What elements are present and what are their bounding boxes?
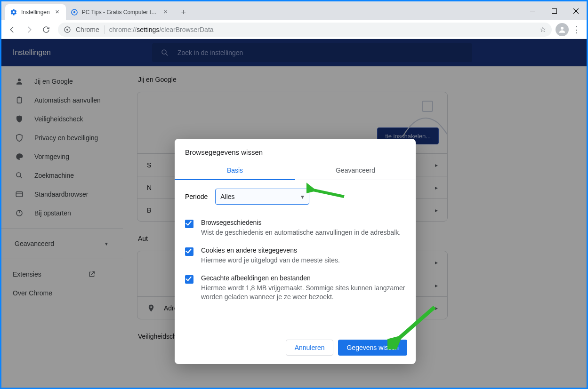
chrome-menu-button[interactable]: ⋮	[570, 24, 584, 35]
new-tab-button[interactable]: +	[177, 6, 190, 19]
clear-browsing-data-dialog: Browsegegevens wissen Basis Geavanceerd …	[175, 139, 416, 364]
checkbox-checked[interactable]	[185, 247, 193, 256]
time-range-select[interactable]: Alles ▾	[215, 189, 309, 205]
profile-avatar[interactable]	[556, 23, 569, 36]
dialog-tabs: Basis Geavanceerd	[175, 162, 416, 180]
period-label: Periode	[185, 193, 208, 200]
tab-title: PC Tips - Gratis Computer tips, in	[82, 9, 158, 16]
tab-basic[interactable]: Basis	[175, 162, 295, 180]
tab-title: Instellingen	[21, 9, 50, 16]
reload-button[interactable]	[38, 22, 54, 38]
option-cookies[interactable]: Cookies en andere sitegegevens Hiermee w…	[185, 242, 405, 270]
option-cached-images[interactable]: Gecachte afbeeldingen en bestanden Hierm…	[185, 270, 405, 306]
svg-point-1	[73, 11, 75, 13]
checkbox-checked[interactable]	[185, 220, 193, 228]
close-icon[interactable]: ×	[54, 8, 61, 16]
option-browsing-history[interactable]: Browsegeschiedenis Wist de geschiedenis …	[185, 214, 405, 242]
chevron-down-icon: ▾	[301, 193, 304, 200]
bookmark-star-icon[interactable]: ☆	[540, 25, 546, 34]
browser-tab-pctips[interactable]: PC Tips - Gratis Computer tips, in ×	[66, 4, 174, 20]
select-value: Alles	[220, 193, 234, 200]
forward-button[interactable]	[21, 22, 37, 38]
chrome-icon	[64, 26, 71, 33]
url-text: chrome://settings/clearBrowserData	[109, 26, 214, 33]
site-icon	[71, 8, 78, 16]
clear-data-button[interactable]: Gegevens wissen	[338, 340, 407, 356]
tab-strip: Instellingen × PC Tips - Gratis Computer…	[1, 1, 587, 20]
close-window-button[interactable]	[565, 1, 587, 20]
tab-advanced[interactable]: Geavanceerd	[295, 162, 416, 180]
cancel-button[interactable]: Annuleren	[286, 340, 334, 356]
maximize-button[interactable]	[543, 1, 565, 20]
browser-tab-settings[interactable]: Instellingen ×	[5, 4, 66, 20]
back-button[interactable]	[4, 22, 20, 38]
divider	[104, 25, 105, 34]
svg-rect-3	[552, 8, 556, 13]
close-icon[interactable]: ×	[162, 8, 169, 16]
address-bar[interactable]: Chrome chrome://settings/clearBrowserDat…	[58, 23, 552, 37]
browser-toolbar: Chrome chrome://settings/clearBrowserDat…	[1, 20, 587, 39]
svg-point-8	[561, 27, 564, 30]
scheme-label: Chrome	[76, 26, 99, 33]
svg-point-7	[66, 29, 68, 31]
checkbox-checked[interactable]	[185, 275, 193, 284]
gear-icon	[10, 8, 17, 16]
window-controls	[522, 1, 587, 20]
minimize-button[interactable]	[522, 1, 543, 20]
dialog-title: Browsegegevens wissen	[175, 139, 416, 162]
